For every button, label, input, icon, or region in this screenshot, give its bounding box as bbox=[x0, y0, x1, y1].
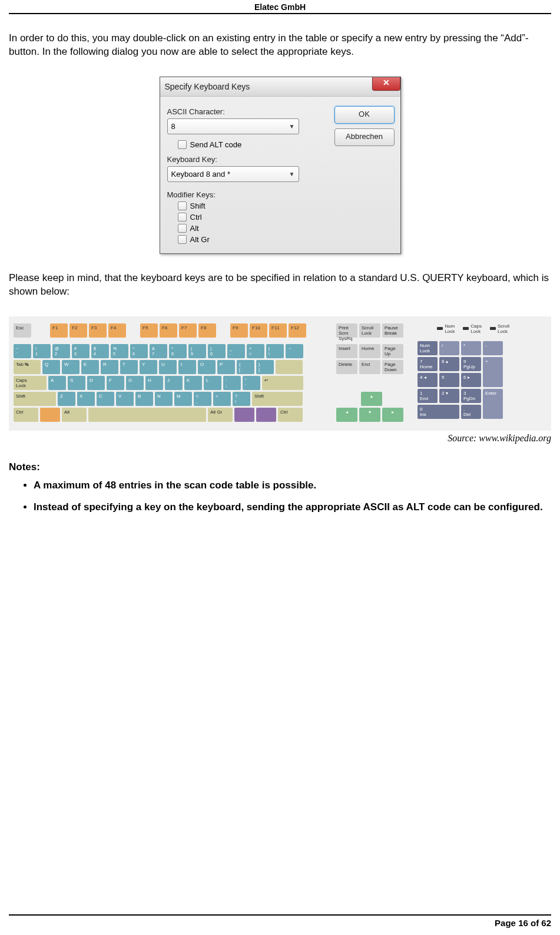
kbd-key: End bbox=[359, 360, 380, 374]
kbd-key: }] bbox=[256, 360, 274, 374]
kbd-key: Home bbox=[359, 344, 380, 358]
kbd-key: O bbox=[198, 360, 216, 374]
chevron-down-icon: ▼ bbox=[289, 167, 295, 181]
close-button[interactable]: ✕ bbox=[372, 77, 400, 91]
kbd-key: 3PgDn bbox=[461, 389, 481, 403]
page-footer: Page 16 of 62 bbox=[9, 914, 551, 928]
kbkey-combo[interactable]: Keyboard 8 and * ▼ bbox=[167, 166, 299, 182]
kbd-key: I bbox=[178, 360, 196, 374]
kbd-key bbox=[40, 408, 60, 422]
ascii-combo[interactable]: 8 ▼ bbox=[167, 118, 299, 134]
kbd-key bbox=[256, 408, 276, 422]
kbd-key: ?/ bbox=[233, 392, 250, 406]
mod-label: Modifier Keys: bbox=[167, 190, 393, 199]
page-header: Elatec GmbH bbox=[9, 0, 551, 14]
checkbox-icon bbox=[178, 201, 187, 210]
kbd-key: NumLock bbox=[417, 341, 438, 355]
mod-alt[interactable]: Alt bbox=[178, 224, 393, 233]
mod-label-text: Shift bbox=[190, 201, 206, 210]
kbd-key: >. bbox=[213, 392, 231, 406]
kbd-key: PageUp bbox=[382, 344, 403, 358]
ok-button[interactable]: OK bbox=[334, 106, 395, 124]
kbd-key: 5 bbox=[439, 373, 459, 387]
kbd-key: R bbox=[101, 360, 118, 374]
kbd-key: 7Home bbox=[417, 357, 438, 371]
kbd-key: ScrollLock bbox=[359, 323, 380, 338]
kbd-key: ▴ bbox=[361, 392, 382, 406]
kbd-key: F bbox=[107, 376, 124, 390]
kbd-key: += bbox=[247, 344, 264, 358]
kbd-key: :; bbox=[223, 376, 241, 390]
kbd-key bbox=[88, 408, 206, 422]
kbd-key: F11 bbox=[269, 323, 287, 338]
kbd-key: PrintScrnSysRq bbox=[336, 323, 357, 338]
checkbox-icon bbox=[178, 224, 187, 233]
kbd-key: #3 bbox=[72, 344, 90, 358]
kbd-key: Esc bbox=[14, 323, 31, 338]
kbd-key: T bbox=[120, 360, 138, 374]
kbd-key: D bbox=[87, 376, 105, 390]
kbd-key: CapsLock bbox=[14, 376, 47, 390]
kbd-key: 0Ins bbox=[417, 405, 459, 419]
kbd-key: {[ bbox=[237, 360, 254, 374]
kbd-key: L bbox=[204, 376, 221, 390]
notes-list: A maximum of 48 entries in the scan code… bbox=[21, 479, 551, 514]
close-icon: ✕ bbox=[383, 78, 390, 87]
kbd-key: _- bbox=[227, 344, 245, 358]
mod-label-text: Alt bbox=[190, 224, 199, 233]
kbd-key: PageDown bbox=[382, 360, 403, 374]
kbd-key: 2 ▾ bbox=[439, 389, 459, 403]
kbd-key: Shift bbox=[14, 392, 56, 406]
kbd-key: E bbox=[81, 360, 99, 374]
kbd-key: "' bbox=[243, 376, 260, 390]
intro-paragraph: In order to do this, you may double-clic… bbox=[9, 32, 551, 59]
mod-shift[interactable]: Shift bbox=[178, 201, 393, 210]
kbd-key: ↵ bbox=[262, 376, 303, 390]
kbd-key: / bbox=[439, 341, 459, 355]
kbd-key: F7 bbox=[179, 323, 197, 338]
kbd-key: <, bbox=[194, 392, 211, 406]
kbd-key: Enter bbox=[483, 389, 503, 419]
ascii-value: 8 bbox=[171, 119, 175, 134]
kbd-key: Delete bbox=[336, 360, 357, 374]
kbd-key: C bbox=[97, 392, 114, 406]
chevron-down-icon: ▼ bbox=[289, 119, 295, 134]
cancel-button[interactable]: Abbrechen bbox=[334, 128, 395, 146]
kbd-key: *8 bbox=[169, 344, 187, 358]
specify-keys-dialog: Specify Keyboard Keys ✕ OK Abbrechen ASC… bbox=[160, 77, 401, 254]
kbd-key: (9 bbox=[188, 344, 206, 358]
kbd-key: N bbox=[155, 392, 173, 406]
kbd-key: Alt bbox=[62, 408, 87, 422]
send-alt-label: Send ALT code bbox=[190, 140, 242, 149]
notes-heading: Notes: bbox=[9, 461, 551, 473]
mod-label-text: Ctrl bbox=[190, 213, 202, 222]
kbd-key: F12 bbox=[289, 323, 306, 338]
source-line: Source: www.wikipedia.org bbox=[9, 433, 551, 444]
kbd-key: PauseBreak bbox=[382, 323, 403, 338]
dialog-titlebar[interactable]: Specify Keyboard Keys ✕ bbox=[160, 77, 400, 97]
kbd-key: Ctrl bbox=[278, 408, 303, 422]
kbd-key: W bbox=[62, 360, 79, 374]
kbd-key: X bbox=[77, 392, 95, 406]
kbd-key: @2 bbox=[52, 344, 70, 358]
kbd-key: ◂ bbox=[336, 408, 357, 422]
kbd-key: !1 bbox=[33, 344, 51, 358]
note-item: Instead of specifying a key on the keybo… bbox=[34, 501, 551, 514]
kbd-key: F4 bbox=[108, 323, 126, 338]
kbd-key: 6 ▸ bbox=[461, 373, 481, 387]
kbd-key: M bbox=[174, 392, 192, 406]
kbd-key: F10 bbox=[250, 323, 267, 338]
kbd-key: &7 bbox=[150, 344, 167, 358]
kbd-key: .Del bbox=[461, 405, 481, 419]
kbd-key: F9 bbox=[230, 323, 248, 338]
kbd-key: F5 bbox=[140, 323, 158, 338]
kbd-key: F6 bbox=[160, 323, 177, 338]
para2: Please keep in mind, that the keyboard k… bbox=[9, 272, 551, 299]
mod-altgr[interactable]: Alt Gr bbox=[178, 235, 393, 244]
kbd-key: F3 bbox=[89, 323, 107, 338]
keyboard-diagram: EscF1F2F3F4F5F6F7F8F9F10F11F12~`!1@2#3$4… bbox=[9, 316, 551, 431]
kbd-key: S bbox=[68, 376, 85, 390]
kbd-key: F2 bbox=[69, 323, 87, 338]
checkbox-icon bbox=[178, 235, 187, 244]
mod-ctrl[interactable]: Ctrl bbox=[178, 213, 393, 222]
